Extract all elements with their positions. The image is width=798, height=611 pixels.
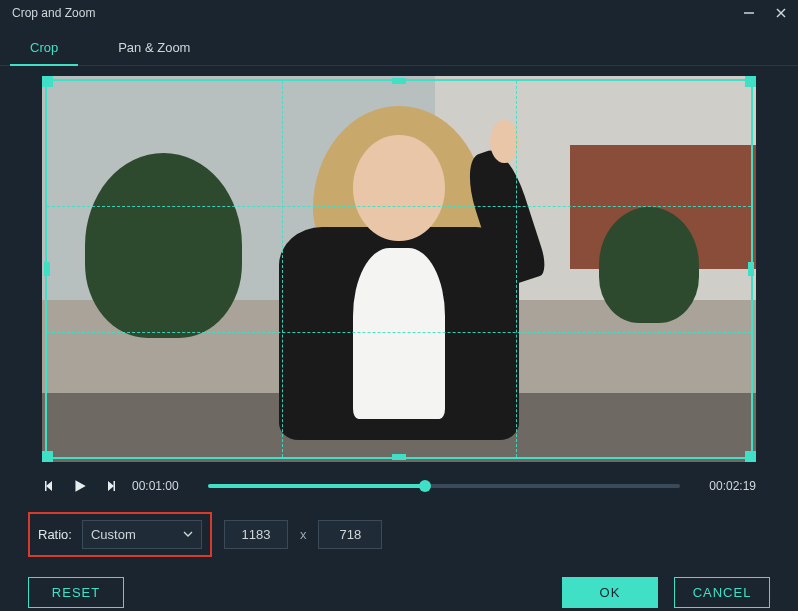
svg-marker-3 — [46, 481, 52, 491]
ratio-highlight: Ratio: Custom — [28, 512, 212, 557]
height-input[interactable]: 718 — [318, 520, 382, 549]
ratio-select[interactable]: Custom — [82, 520, 202, 549]
dimension-separator: x — [300, 527, 307, 542]
svg-marker-6 — [108, 481, 114, 491]
ratio-selected: Custom — [91, 527, 136, 542]
reset-button[interactable]: RESET — [28, 577, 124, 608]
width-input[interactable]: 1183 — [224, 520, 288, 549]
tab-crop[interactable]: Crop — [0, 30, 88, 65]
window-title: Crop and Zoom — [12, 6, 95, 20]
seek-track[interactable] — [208, 484, 680, 488]
grid-line — [516, 81, 517, 457]
current-time: 00:01:00 — [132, 479, 194, 493]
seek-thumb[interactable] — [419, 480, 431, 492]
svg-rect-4 — [45, 481, 47, 491]
close-button[interactable] — [774, 6, 788, 20]
crop-handle-bl[interactable] — [42, 451, 53, 462]
duration-time: 00:02:19 — [694, 479, 756, 493]
minimize-button[interactable] — [742, 6, 756, 20]
tab-pan-zoom[interactable]: Pan & Zoom — [88, 30, 220, 65]
ratio-label: Ratio: — [38, 527, 72, 542]
grid-line — [47, 332, 751, 333]
crop-frame[interactable] — [45, 79, 753, 459]
crop-handle-r[interactable] — [748, 262, 754, 276]
chevron-down-icon — [183, 527, 193, 542]
prev-frame-button[interactable] — [42, 478, 58, 494]
grid-line — [282, 81, 283, 457]
svg-marker-5 — [75, 480, 85, 491]
svg-rect-7 — [114, 481, 116, 491]
ok-button[interactable]: OK — [562, 577, 658, 608]
crop-handle-br[interactable] — [745, 451, 756, 462]
crop-handle-t[interactable] — [392, 78, 406, 84]
video-preview[interactable] — [42, 76, 756, 462]
crop-handle-l[interactable] — [44, 262, 50, 276]
play-button[interactable] — [72, 478, 88, 494]
grid-line — [47, 206, 751, 207]
crop-handle-b[interactable] — [392, 454, 406, 460]
crop-handle-tl[interactable] — [42, 76, 53, 87]
cancel-button[interactable]: CANCEL — [674, 577, 770, 608]
crop-handle-tr[interactable] — [745, 76, 756, 87]
next-frame-button[interactable] — [102, 478, 118, 494]
